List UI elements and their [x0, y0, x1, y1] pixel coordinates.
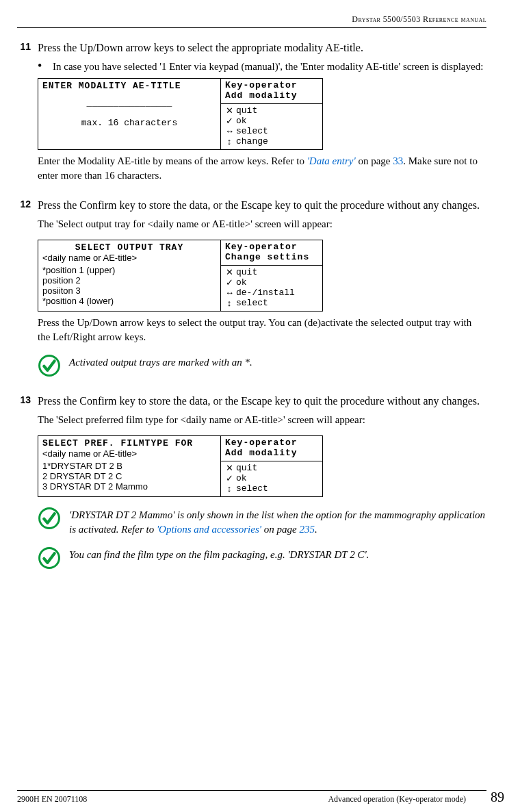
lcd-mode-line2: Change settins — [225, 253, 318, 263]
step-number: 13 — [17, 394, 31, 579]
lcd-option: *position 1 (upper) — [42, 266, 216, 276]
lcd-mode-line2: Add modality — [225, 448, 318, 459]
lcd-opt-select: select — [236, 484, 268, 494]
link-data-entry[interactable]: 'Data entry' — [307, 155, 356, 166]
bullet-text: In case you have selected '1 Enter via k… — [53, 60, 486, 74]
checkmark-circle-icon — [38, 354, 61, 377]
lcd-mode-line1: Key-operator — [225, 438, 318, 448]
lcd-opt-change: change — [236, 137, 268, 147]
lcd-entry-line: ________________ — [42, 99, 216, 109]
check-icon: ✓ — [225, 278, 233, 288]
arrows-ud-icon: ↕ — [225, 484, 233, 494]
note-mammo-option: 'DRYSTAR DT 2 Mammo' is only shown in th… — [38, 507, 486, 537]
lcd-screen-select-filmtype: SELECT PREF. FILMTYPE FOR <daily name or… — [38, 435, 323, 497]
lcd-screen-select-output-tray: SELECT OUTPUT TRAY <daily name or AE-tit… — [38, 240, 323, 312]
lcd-mode-line2: Add modality — [225, 91, 318, 101]
check-icon: ✓ — [225, 474, 233, 484]
arrows-lr-icon: ↔ — [225, 288, 233, 299]
lcd-subtitle: <daily name or AE-title> — [42, 253, 216, 264]
lcd-screen-enter-ae-title: ENTER MODALITY AE-TITLE ________________… — [38, 78, 323, 150]
link-options-accessories[interactable]: 'Options and accessories' — [157, 524, 261, 535]
step-subtext: The 'Select output tray for <daily name … — [38, 217, 486, 231]
step-title: Press the Up/Down arrow keys to select t… — [38, 40, 486, 55]
note-text: Activated output trays are marked with a… — [69, 354, 486, 370]
lcd-opt-quit: quit — [236, 464, 257, 474]
note-activated-trays: Activated output trays are marked with a… — [38, 354, 486, 377]
lcd-option: 2 DRYSTAR DT 2 C — [42, 472, 216, 482]
checkmark-circle-icon — [38, 546, 61, 570]
arrows-lr-icon: ↔ — [225, 127, 233, 137]
arrows-ud-icon: ↕ — [225, 137, 233, 147]
note-text: You can find the film type on the film p… — [69, 546, 486, 562]
lcd-option: 1*DRYSTAR DT 2 B — [42, 461, 216, 472]
step-13: 13 Press the Confirm key to store the da… — [17, 394, 486, 579]
note-text: 'DRYSTAR DT 2 Mammo' is only shown in th… — [69, 507, 486, 537]
checkmark-circle-icon — [38, 507, 61, 530]
step-subtext: The 'Select preferred film type for <dai… — [38, 413, 486, 427]
x-icon: ✕ — [225, 268, 233, 278]
lcd-title: SELECT PREF. FILMTYPE FOR — [42, 439, 216, 449]
lcd-opt-ok: ok — [236, 278, 247, 288]
lcd-subtitle: <daily name or AE-title> — [42, 449, 216, 459]
step-12: 12 Press the Confirm key to store the da… — [17, 198, 486, 387]
lcd-opt-deinstall: de-/install — [236, 288, 295, 299]
x-icon: ✕ — [225, 106, 233, 116]
lcd-opt-quit: quit — [236, 106, 257, 116]
note-film-packaging: You can find the film type on the film p… — [38, 546, 486, 570]
lcd-opt-select: select — [236, 127, 268, 137]
page-ref-33[interactable]: 33 — [393, 155, 403, 166]
lcd-max-chars: max. 16 characters — [42, 118, 216, 129]
footer-section: Advanced operation (Key-operator mode) — [328, 794, 486, 805]
bullet-icon: • — [38, 60, 46, 74]
lcd-title: ENTER MODALITY AE-TITLE — [42, 81, 216, 92]
lcd-option: posiiton 3 — [42, 286, 216, 296]
lcd-mode-line1: Key-operator — [225, 81, 318, 91]
lcd-option: position 2 — [42, 276, 216, 286]
step-number: 11 — [17, 40, 31, 191]
page-number: 89 — [491, 787, 504, 807]
lcd-opt-select: select — [236, 299, 268, 309]
check-icon: ✓ — [225, 116, 233, 127]
step-number: 12 — [17, 198, 31, 387]
lcd-opt-ok: ok — [236, 474, 247, 484]
page-ref-235[interactable]: 235 — [299, 524, 315, 535]
step-title: Press the Confirm key to store the data,… — [38, 394, 486, 409]
x-icon: ✕ — [225, 464, 233, 474]
lcd-opt-ok: ok — [236, 116, 247, 127]
arrows-ud-icon: ↕ — [225, 299, 233, 309]
step-after-text: Enter the Modality AE-title by means of … — [38, 154, 486, 183]
lcd-option: 3 DRYSTAR DT 2 Mammo — [42, 482, 216, 492]
step-title: Press the Confirm key to store the data,… — [38, 198, 486, 213]
page-header: Drystar 5500/5503 Reference manual — [17, 14, 486, 28]
lcd-title: SELECT OUTPUT TRAY — [42, 243, 216, 253]
step-11: 11 Press the Up/Down arrow keys to selec… — [17, 40, 486, 191]
lcd-mode-line1: Key-operator — [225, 242, 318, 253]
page-footer: 2900H EN 20071108 Advanced operation (Ke… — [17, 790, 486, 805]
lcd-option: *position 4 (lower) — [42, 296, 216, 307]
lcd-opt-quit: quit — [236, 268, 257, 278]
step-after-text: Press the Up/Down arrow keys to select t… — [38, 316, 486, 344]
footer-doc-id: 2900H EN 20071108 — [17, 794, 87, 805]
